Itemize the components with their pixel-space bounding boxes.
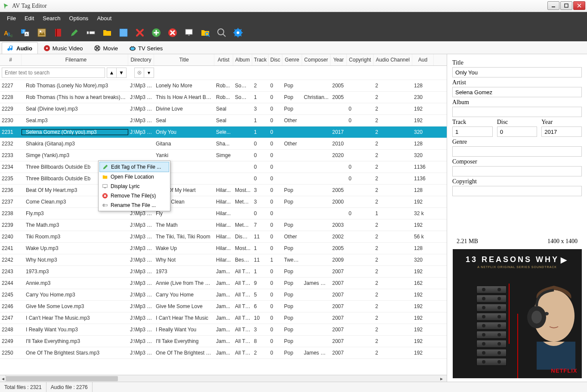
col-disc[interactable]: Disc [269, 54, 282, 65]
composer-input[interactable] [452, 166, 582, 176]
tool-font-icon[interactable]: ABC [3, 26, 15, 39]
table-row[interactable]: 2237Come Clean.mp3J:\Mp3 M...Come CleanH… [0, 196, 447, 208]
ctx-display-lyric[interactable]: Display Lyric [99, 182, 169, 191]
tool-picture-icon[interactable] [35, 26, 48, 39]
col-copyright[interactable]: Copyright [347, 54, 374, 65]
tool-select-icon[interactable] [117, 26, 130, 39]
table-row[interactable]: 2240Tiki Room.mp3J:\Mp3 M...The Tiki, Ti… [0, 231, 447, 243]
tool-search-icon[interactable] [215, 26, 228, 39]
tab-movie[interactable]: Movie [88, 42, 124, 54]
gear-button[interactable] [135, 68, 144, 77]
table-row[interactable]: 2229Seal (Divine love).mp3J:\Mp3 M...Div… [0, 103, 447, 115]
scroll-right-arrow[interactable]: ▸ [436, 375, 447, 382]
scroll-left-arrow[interactable]: ◂ [0, 375, 6, 382]
cell: 2005 [331, 187, 347, 193]
maximize-button[interactable] [560, 1, 572, 10]
tool-screen-icon[interactable] [182, 26, 195, 39]
cell: Pop [282, 327, 302, 333]
tool-translate-icon[interactable]: 文A [19, 26, 32, 39]
col-composer[interactable]: Composer [302, 54, 331, 65]
table-row[interactable]: 2238Fly.mp3J:\Mp3 M...FlyHilar...000132 … [0, 208, 447, 219]
toolbar: ABC 文A [0, 24, 587, 41]
track-input[interactable] [452, 127, 493, 137]
col-genre[interactable]: Genre [282, 54, 302, 65]
table-row[interactable]: 2249I'll Take Everything.mp3J:\Mp3 M...I… [0, 336, 447, 347]
tab-tv-series[interactable]: TV Series [124, 42, 168, 54]
disc-input[interactable] [497, 127, 538, 137]
table-row[interactable]: 2241Wake Up.mp3J:\Mp3 M...Wake UpHilar..… [0, 243, 447, 254]
menu-file[interactable]: File [3, 13, 20, 23]
menu-options[interactable]: Options [65, 13, 93, 23]
cell: 2 [252, 350, 269, 356]
table-row[interactable]: 22431973.mp3J:\Mp3 M...1973Jam...All Th.… [0, 266, 447, 278]
menu-search[interactable]: Search [38, 13, 65, 23]
ctx-rename-file[interactable]: Rename The File ... [99, 201, 169, 210]
tool-add-icon[interactable] [150, 26, 163, 39]
table-row[interactable]: 2231Selena Gomez (Only you).mp3J:\Mp3 M.… [0, 127, 447, 138]
tool-delete-icon[interactable] [133, 26, 146, 39]
col-title[interactable]: Title [154, 54, 214, 65]
cell: Pop [282, 315, 302, 321]
col-track[interactable]: Track [252, 54, 269, 65]
table-body[interactable]: 2227Rob Thomas (Lonely No More).mp3J:\Mp… [0, 80, 447, 375]
sort-desc-button[interactable]: ▼ [117, 68, 126, 77]
col-year[interactable]: Year [331, 54, 347, 65]
table-row[interactable]: 2232Shakira (Gitana).mp3GitanaSha...00Ot… [0, 138, 447, 150]
album-cover[interactable]: 13 REASONS WHY▶ A NETFLIX ORIGINAL SERIE… [453, 249, 582, 378]
table-row[interactable]: 2244Annie.mp3J:\Mp3 M...Annie (Live from… [0, 278, 447, 289]
col-album[interactable]: Album [233, 54, 252, 65]
ctx-remove-file[interactable]: Remove The File(s) [99, 191, 169, 201]
copyright-input[interactable] [452, 186, 582, 196]
table-row[interactable]: 2230Seal.mp3J:\Mp3 M...SealSeal10Other02… [0, 115, 447, 127]
tool-pencil-icon[interactable] [68, 26, 81, 39]
horizontal-scrollbar[interactable]: ◂ ▸ [0, 375, 447, 382]
table-row[interactable]: 2246Give Me Some Love.mp3J:\Mp3 M...Give… [0, 301, 447, 312]
scroll-thumb[interactable] [6, 376, 118, 381]
tool-book-icon[interactable] [52, 26, 65, 39]
col-artist[interactable]: Artist [214, 54, 233, 65]
close-button[interactable] [573, 1, 585, 10]
gear-dropdown-button[interactable]: ▾ [144, 68, 154, 77]
menu-about[interactable]: About [93, 13, 116, 23]
tab-audio[interactable]: Audio [2, 42, 38, 54]
col-filename[interactable]: Filename [22, 54, 128, 65]
table-row[interactable]: 2227Rob Thomas (Lonely No More).mp3J:\Mp… [0, 80, 447, 92]
album-input[interactable] [452, 107, 582, 117]
table-row[interactable]: 2234Three Billboards Outside Eb00021136 [0, 161, 447, 173]
col-aud[interactable]: Aud [412, 54, 434, 65]
table-row[interactable]: 2236Beat Of My Heart.mp3J:\Mp3 M...Beat … [0, 185, 447, 196]
title-input[interactable] [452, 67, 582, 77]
table-row[interactable]: 2247I Can't Hear The Music.mp3J:\Mp3 M..… [0, 312, 447, 324]
table-row[interactable]: 2242Why Not.mp3J:\Mp3 M...Why NotHilar..… [0, 254, 447, 266]
table-row[interactable]: 2248I Really Want You.mp3J:\Mp3 M...I Re… [0, 324, 447, 336]
col-directory[interactable]: Directory [128, 54, 154, 65]
tool-rename-icon[interactable] [84, 26, 97, 39]
table-row[interactable]: 2228Rob Thomas (This is how a heart brea… [0, 92, 447, 103]
table-row[interactable]: 2250One Of The Brightest Stars.mp3J:\Mp3… [0, 347, 447, 359]
table-row[interactable]: 2239The Math.mp3J:\Mp3 M...The MathHilar… [0, 219, 447, 231]
table-row[interactable]: 2235Three Billboards Outside Eb00021136 [0, 173, 447, 185]
col-number[interactable]: # [0, 54, 22, 65]
year-label: Year [541, 119, 582, 126]
col-audio-channel[interactable]: Audio Channel [374, 54, 412, 65]
cell: J:\Mp3 M... [128, 338, 154, 344]
genre-input[interactable] [452, 146, 582, 157]
tool-folder-search-icon[interactable] [199, 26, 212, 39]
menu-edit[interactable]: Edit [20, 13, 38, 23]
artist-input[interactable] [452, 87, 582, 97]
table-row[interactable]: 2233Simge (Yanki).mp3YankiSimge002020232… [0, 150, 447, 161]
tool-remove-icon[interactable] [166, 26, 179, 39]
cell: 2003 [331, 222, 347, 228]
cell: 2 [374, 350, 412, 356]
cell: 0 [269, 83, 282, 89]
search-input[interactable] [2, 68, 105, 78]
ctx-open-location[interactable]: Open File Location [99, 172, 169, 182]
sort-asc-button[interactable]: ▲ [107, 68, 117, 77]
year-input[interactable] [541, 127, 582, 137]
ctx-edit-tag[interactable]: Edit Tag of The File ... [99, 162, 169, 172]
tab-music-video[interactable]: Music Video [38, 42, 89, 54]
tool-settings-icon[interactable] [232, 26, 244, 39]
table-row[interactable]: 2245Carry You Home.mp3J:\Mp3 M...Carry Y… [0, 289, 447, 301]
tool-folder-icon[interactable] [101, 26, 114, 39]
minimize-button[interactable] [547, 1, 559, 10]
